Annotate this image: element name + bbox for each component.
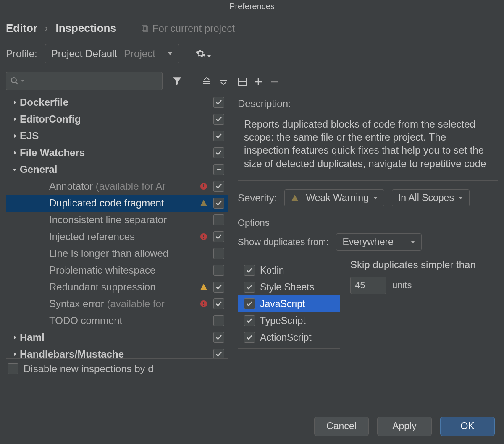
severity-icon bbox=[198, 283, 210, 291]
remove-icon[interactable] bbox=[270, 77, 279, 86]
checkbox[interactable] bbox=[213, 198, 224, 209]
skip-units-input[interactable] bbox=[350, 277, 386, 294]
language-label: Kotlin bbox=[260, 265, 284, 276]
copy-icon bbox=[141, 24, 149, 33]
filter-icon[interactable] bbox=[172, 76, 183, 86]
tree-row[interactable]: Duplicated code fragment bbox=[6, 195, 228, 212]
chevron-right-icon[interactable] bbox=[10, 116, 20, 122]
language-row[interactable]: JavaScript bbox=[238, 295, 340, 312]
severity-icon bbox=[198, 199, 210, 207]
language-row[interactable]: ActionScript bbox=[238, 329, 340, 346]
tree-row[interactable]: Inconsistent line separator bbox=[6, 212, 228, 228]
inspection-tree[interactable]: DockerfileEditorConfigEJSFile WatchersGe… bbox=[6, 94, 228, 359]
profile-row: Profile: Project Default Project bbox=[0, 40, 504, 72]
show-duplicates-label: Show duplicates from: bbox=[238, 237, 328, 248]
tree-item-label: Injected references bbox=[49, 231, 198, 243]
checkbox[interactable] bbox=[213, 349, 224, 359]
checkbox[interactable] bbox=[213, 282, 224, 293]
severity-icon bbox=[198, 182, 210, 191]
collapse-all-icon[interactable] bbox=[218, 76, 228, 86]
tree-toolbar bbox=[6, 72, 228, 90]
tree-row[interactable]: Problematic whitespace bbox=[6, 262, 228, 279]
tree-row[interactable]: TODO comment bbox=[6, 312, 228, 329]
checkbox[interactable] bbox=[244, 315, 255, 326]
chevron-down-icon bbox=[410, 240, 415, 245]
checkbox[interactable] bbox=[213, 298, 224, 309]
checkbox[interactable] bbox=[213, 315, 224, 326]
ok-button[interactable]: OK bbox=[440, 417, 495, 436]
tree-row[interactable]: Line is longer than allowed bbox=[6, 245, 228, 262]
svg-rect-1 bbox=[143, 27, 148, 31]
tree-row[interactable]: Annotator (available for Ar bbox=[6, 178, 228, 195]
chevron-right-icon[interactable] bbox=[10, 351, 20, 357]
svg-rect-12 bbox=[203, 302, 204, 304]
chevron-right-icon[interactable] bbox=[10, 150, 20, 156]
tree-row[interactable]: General bbox=[6, 161, 228, 178]
checkbox[interactable] bbox=[213, 181, 224, 192]
search-input[interactable] bbox=[6, 72, 163, 90]
tree-row[interactable]: Redundant suppression bbox=[6, 279, 228, 295]
checkbox[interactable] bbox=[213, 147, 224, 158]
chevron-down-icon[interactable] bbox=[10, 167, 20, 172]
scope-text: For current project bbox=[152, 23, 235, 34]
checkbox[interactable] bbox=[213, 97, 224, 108]
scope-label: For current project bbox=[141, 23, 235, 34]
checkbox[interactable] bbox=[213, 114, 224, 125]
severity-dropdown[interactable]: Weak Warning bbox=[284, 189, 384, 206]
tree-row[interactable]: EditorConfig bbox=[6, 111, 228, 128]
language-label: ActionScript bbox=[260, 332, 312, 343]
svg-point-2 bbox=[11, 78, 16, 83]
svg-line-3 bbox=[16, 82, 18, 84]
checkbox[interactable] bbox=[244, 298, 255, 309]
language-label: JavaScript bbox=[260, 298, 305, 310]
tree-row[interactable]: Handlebars/Mustache bbox=[6, 346, 228, 359]
checkbox[interactable] bbox=[213, 131, 224, 141]
svg-rect-7 bbox=[203, 188, 204, 188]
tree-item-label: Haml bbox=[20, 332, 198, 343]
disable-new-checkbox[interactable] bbox=[8, 363, 18, 374]
checkbox[interactable] bbox=[244, 265, 255, 276]
svg-rect-4 bbox=[217, 169, 221, 170]
chevron-right-icon[interactable] bbox=[10, 334, 20, 340]
tree-row[interactable]: Syntax error (available for bbox=[6, 295, 228, 312]
checkbox[interactable] bbox=[213, 248, 224, 259]
tree-row[interactable]: EJS bbox=[6, 128, 228, 144]
checkbox[interactable] bbox=[244, 282, 255, 293]
language-row[interactable]: Kotlin bbox=[238, 262, 340, 279]
chevron-right-icon[interactable] bbox=[10, 99, 20, 105]
checkbox[interactable] bbox=[244, 332, 255, 343]
language-list[interactable]: KotlinStyle SheetsJavaScriptTypeScriptAc… bbox=[238, 259, 340, 349]
scope-dropdown[interactable]: In All Scopes bbox=[392, 189, 470, 206]
checkbox[interactable] bbox=[213, 332, 224, 343]
profile-dropdown[interactable]: Project Default Project bbox=[45, 44, 179, 63]
checkbox-indeterminate[interactable] bbox=[213, 164, 224, 175]
square-icon[interactable] bbox=[238, 77, 247, 86]
chevron-right-icon[interactable] bbox=[10, 133, 20, 139]
gear-icon[interactable] bbox=[195, 48, 211, 59]
checkbox[interactable] bbox=[213, 265, 224, 276]
chevron-down-icon bbox=[21, 79, 25, 83]
description-text: Reports duplicated blocks of code from t… bbox=[238, 113, 498, 181]
duplicates-from-dropdown[interactable]: Everywhere bbox=[336, 233, 421, 251]
tree-row[interactable]: File Watchers bbox=[6, 144, 228, 161]
apply-button[interactable]: Apply bbox=[377, 417, 432, 436]
divider bbox=[276, 223, 498, 223]
breadcrumb-editor[interactable]: Editor bbox=[6, 22, 37, 35]
language-row[interactable]: Style Sheets bbox=[238, 279, 340, 295]
tree-row[interactable]: Haml bbox=[6, 329, 228, 346]
add-icon[interactable] bbox=[254, 77, 263, 86]
tree-item-label: Redundant suppression bbox=[49, 281, 198, 293]
tree-row[interactable]: Injected references bbox=[6, 228, 228, 245]
expand-all-icon[interactable] bbox=[202, 76, 212, 86]
severity-icon bbox=[198, 232, 210, 241]
language-row[interactable]: TypeScript bbox=[238, 312, 340, 329]
tree-row[interactable]: Dockerfile bbox=[6, 94, 228, 111]
disable-new-row[interactable]: Disable new inspections by d bbox=[6, 359, 228, 375]
cancel-button[interactable]: Cancel bbox=[314, 417, 369, 436]
tree-item-label: TODO comment bbox=[49, 315, 198, 326]
svg-rect-13 bbox=[203, 305, 204, 306]
severity-label: Severity: bbox=[238, 192, 277, 204]
checkbox[interactable] bbox=[213, 231, 224, 242]
options-label: Options bbox=[238, 217, 270, 228]
checkbox[interactable] bbox=[213, 214, 224, 225]
